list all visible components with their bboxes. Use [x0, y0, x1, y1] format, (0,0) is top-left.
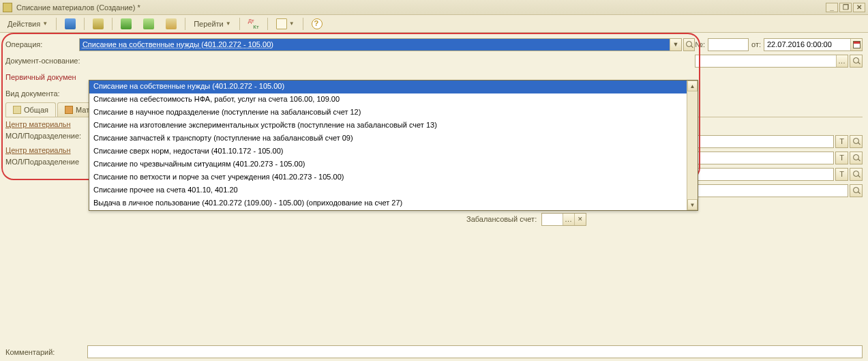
label-mol1: МОЛ/Подразделение: — [5, 132, 87, 140]
r2-t[interactable]: T — [835, 135, 848, 148]
help-button[interactable] — [307, 17, 327, 31]
dropdown-item[interactable]: Списание по ветхости и порче за счет учр… — [89, 171, 698, 184]
search-icon — [853, 57, 860, 64]
restore-button[interactable]: ❐ — [839, 3, 852, 12]
label-primary: Первичный докумен — [5, 73, 87, 81]
separator — [267, 18, 268, 30]
separator — [56, 18, 57, 30]
minimize-button[interactable]: _ — [826, 3, 838, 12]
r4-t[interactable]: T — [835, 168, 848, 181]
chevron-down-icon: ▼ — [289, 20, 295, 27]
dropdown-item[interactable]: Списание сверх норм, недостачи (401.10.1… — [89, 145, 698, 158]
dropdown-item[interactable]: Списание на изготовление экспериментальн… — [89, 119, 698, 132]
dropdown-item[interactable]: Списание в научное подразделение (поступ… — [89, 106, 698, 119]
dtkt-icon — [248, 18, 259, 29]
row-operation: Операция: Списание на собственные нужды … — [5, 37, 863, 52]
scroll-down-icon[interactable]: ▼ — [687, 199, 698, 210]
basis-lookup[interactable] — [850, 55, 863, 68]
dropdown-toggle[interactable]: ▼ — [670, 39, 681, 50]
label-mol2: МОЛ/Подразделение — [5, 158, 87, 166]
separator — [185, 18, 185, 30]
titlebar: Списание материалов (Создание) * _ ❐ ✕ — [0, 0, 868, 15]
field-offbalance[interactable]: … ✕ — [541, 213, 586, 226]
tab-general-label: Общая — [24, 106, 48, 114]
actions-menu[interactable]: Действия ▼ — [3, 17, 53, 31]
search-icon — [853, 138, 860, 145]
chevron-down-icon: ▼ — [42, 20, 48, 27]
calendar-icon — [853, 41, 860, 48]
dtkt-button[interactable] — [243, 17, 264, 31]
dropdown-item[interactable]: Выдача в личное пользование (401.20.272 … — [89, 197, 698, 210]
basis-field[interactable]: … — [695, 55, 848, 68]
toolbar: Действия ▼ Перейти ▼ ▼ — [0, 15, 868, 33]
calendar-button[interactable] — [850, 39, 862, 50]
post2-button[interactable] — [138, 17, 159, 31]
post-icon — [121, 18, 132, 29]
goto-label: Перейти — [194, 20, 224, 28]
search-icon — [686, 41, 693, 48]
separator — [112, 18, 113, 30]
dropdown-item[interactable]: Списание на себестоимость НФА, работ, ус… — [89, 93, 698, 106]
save-button[interactable] — [60, 17, 80, 31]
post2-icon — [143, 18, 154, 29]
stack-icon — [166, 18, 177, 29]
window-icon — [3, 3, 12, 12]
dropdown-scrollbar[interactable]: ▲ ▼ — [687, 81, 698, 210]
label-number: №: — [695, 40, 705, 48]
actions-label: Действия — [8, 20, 40, 28]
footer: Комментарий: — [5, 345, 863, 358]
refresh-button[interactable] — [88, 17, 108, 31]
refresh-icon — [93, 18, 104, 29]
offbalance-clear[interactable]: ✕ — [574, 214, 586, 225]
operation-value: Списание на собственные нужды (401.20.27… — [80, 40, 670, 48]
report-button[interactable]: ▼ — [271, 17, 299, 31]
r3-t[interactable]: T — [835, 151, 848, 164]
basis-choose[interactable]: … — [836, 55, 848, 67]
r3-lookup[interactable] — [850, 151, 863, 164]
offbalance-choose[interactable]: … — [563, 214, 574, 225]
label-basis: Документ-основание: — [5, 57, 87, 65]
tab-general[interactable]: Общая — [5, 102, 56, 117]
dropdown-item[interactable]: Списание по чрезвычайным ситуациям (401.… — [89, 158, 698, 171]
label-from: от: — [751, 40, 761, 48]
separator — [84, 18, 85, 30]
chevron-down-icon: ▼ — [226, 20, 231, 27]
tab-general-icon — [13, 106, 21, 114]
stack-button[interactable] — [161, 17, 181, 31]
dropdown-item[interactable]: Списание запчастей к транспорту (поступл… — [89, 132, 698, 145]
label-comment: Комментарий: — [5, 348, 87, 356]
comment-field[interactable] — [87, 345, 863, 358]
label-offbalance: Забалансовый счет: — [466, 215, 541, 223]
help-icon — [312, 18, 323, 29]
scroll-track[interactable] — [687, 91, 698, 199]
tab-materials-icon — [65, 106, 73, 114]
search-icon — [853, 171, 860, 177]
operation-select[interactable]: Списание на собственные нужды (401.20.27… — [79, 38, 682, 51]
label-doctype: Вид документа: — [5, 89, 87, 98]
goto-menu[interactable]: Перейти ▼ — [189, 17, 236, 31]
separator — [303, 18, 303, 30]
row-basis: Документ-основание: … — [5, 53, 863, 68]
operation-lookup[interactable] — [683, 38, 695, 51]
window-title: Списание материалов (Создание) * — [16, 3, 824, 12]
report-icon — [276, 18, 287, 29]
r4-lookup[interactable] — [850, 168, 863, 181]
post-button[interactable] — [116, 17, 136, 31]
operation-dropdown: Списание на собственные нужды (401.20.27… — [89, 80, 698, 211]
form-area: Операция: Списание на собственные нужды … — [0, 33, 868, 228]
number-field[interactable] — [708, 38, 749, 51]
search-icon — [853, 187, 860, 194]
close-button[interactable]: ✕ — [853, 3, 865, 12]
dropdown-item[interactable]: Списание на собственные нужды (401.20.27… — [89, 81, 698, 93]
search-icon — [853, 154, 860, 161]
save-icon — [65, 18, 76, 29]
expense-lookup[interactable] — [850, 184, 863, 197]
date-field[interactable]: 22.07.2016 0:00:00 — [764, 38, 863, 51]
label-operation: Операция: — [5, 40, 79, 48]
scroll-up-icon[interactable]: ▲ — [687, 81, 698, 91]
dropdown-item[interactable]: Списание прочее на счета 401.10, 401.20 — [89, 184, 698, 197]
separator — [239, 18, 240, 30]
r2-lookup[interactable] — [850, 135, 863, 148]
date-value: 22.07.2016 0:00:00 — [764, 40, 850, 48]
row-offbalance: Забалансовый счет: … ✕ — [466, 212, 863, 227]
